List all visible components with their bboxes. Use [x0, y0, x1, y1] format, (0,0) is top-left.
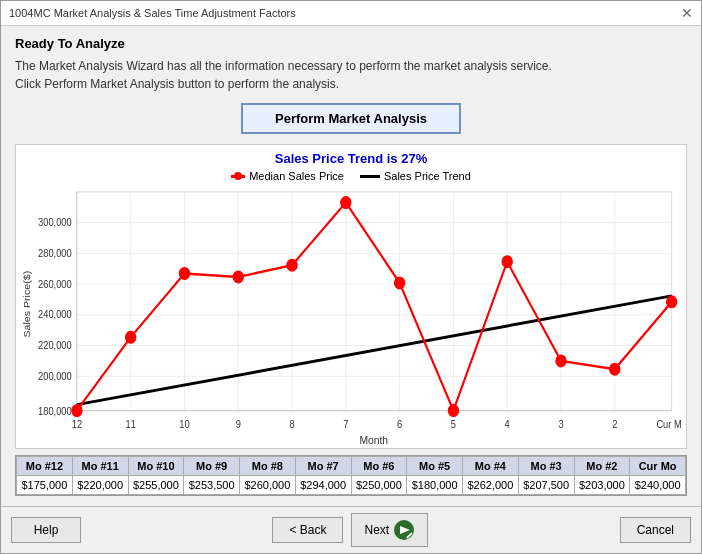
- svg-point-46: [233, 271, 243, 283]
- col-header-mo8: Mo #8: [240, 457, 296, 476]
- svg-point-54: [666, 296, 676, 308]
- legend-trend: Sales Price Trend: [360, 170, 471, 182]
- svg-point-53: [610, 363, 620, 375]
- svg-text:8: 8: [289, 419, 295, 431]
- svg-text:240,000: 240,000: [38, 309, 72, 321]
- svg-text:6: 6: [397, 419, 403, 431]
- col-header-mo10: Mo #10: [128, 457, 184, 476]
- val-mo11: $220,000: [72, 476, 128, 495]
- svg-text:260,000: 260,000: [38, 278, 72, 290]
- title-bar: 1004MC Market Analysis & Sales Time Adju…: [1, 1, 701, 26]
- legend-trend-label: Sales Price Trend: [384, 170, 471, 182]
- table-data-row: $175,000 $220,000 $255,000 $253,500 $260…: [17, 476, 686, 495]
- col-header-mo5: Mo #5: [407, 457, 463, 476]
- val-curmo: $240,000: [630, 476, 686, 495]
- svg-point-48: [341, 197, 351, 209]
- val-mo10: $255,000: [128, 476, 184, 495]
- svg-text:3: 3: [558, 419, 564, 431]
- window-title: 1004MC Market Analysis & Sales Time Adju…: [9, 7, 296, 19]
- table-header-row: Mo #12 Mo #11 Mo #10 Mo #9 Mo #8 Mo #7 M…: [17, 457, 686, 476]
- svg-text:300,000: 300,000: [38, 217, 72, 229]
- col-header-mo3: Mo #3: [518, 457, 574, 476]
- trend-legend-icon: [360, 175, 380, 178]
- svg-text:11: 11: [126, 419, 137, 431]
- val-mo5: $180,000: [407, 476, 463, 495]
- col-header-mo2: Mo #2: [574, 457, 630, 476]
- svg-point-51: [502, 256, 512, 268]
- ready-title: Ready To Analyze: [15, 36, 687, 51]
- svg-rect-0: [77, 192, 672, 411]
- col-header-mo4: Mo #4: [463, 457, 519, 476]
- cancel-button[interactable]: Cancel: [620, 517, 691, 543]
- main-content: Ready To Analyze The Market Analysis Wiz…: [1, 26, 701, 506]
- description-line2: Click Perform Market Analysis button to …: [15, 77, 339, 91]
- main-window: 1004MC Market Analysis & Sales Time Adju…: [0, 0, 702, 554]
- col-header-mo11: Mo #11: [72, 457, 128, 476]
- svg-point-52: [556, 355, 566, 367]
- val-mo3: $207,500: [518, 476, 574, 495]
- val-mo4: $262,000: [463, 476, 519, 495]
- svg-text:10: 10: [179, 419, 190, 431]
- col-header-mo6: Mo #6: [351, 457, 407, 476]
- legend-median: Median Sales Price: [231, 170, 344, 182]
- next-arrow-icon: [393, 519, 415, 541]
- svg-text:9: 9: [236, 419, 242, 431]
- description-line1: The Market Analysis Wizard has all the i…: [15, 59, 552, 73]
- val-mo9: $253,500: [184, 476, 240, 495]
- chart-section: Sales Price Trend is 27% Median Sales Pr…: [15, 144, 687, 449]
- val-mo8: $260,000: [240, 476, 296, 495]
- svg-point-43: [72, 405, 82, 417]
- description: The Market Analysis Wizard has all the i…: [15, 57, 687, 93]
- val-mo6: $250,000: [351, 476, 407, 495]
- svg-text:Cur Mo: Cur Mo: [656, 419, 682, 431]
- svg-text:280,000: 280,000: [38, 247, 72, 259]
- svg-point-49: [394, 277, 404, 289]
- next-button[interactable]: Next: [351, 513, 428, 547]
- svg-text:180,000: 180,000: [38, 406, 72, 418]
- col-header-curmo: Cur Mo: [630, 457, 686, 476]
- svg-point-44: [126, 331, 136, 343]
- svg-text:12: 12: [72, 419, 83, 431]
- data-table-section: Mo #12 Mo #11 Mo #10 Mo #9 Mo #8 Mo #7 M…: [15, 455, 687, 496]
- footer: Help < Back Next Cancel: [1, 506, 701, 553]
- svg-text:5: 5: [451, 419, 457, 431]
- svg-point-47: [287, 259, 297, 271]
- legend-median-label: Median Sales Price: [249, 170, 344, 182]
- chart-legend: Median Sales Price Sales Price Trend: [20, 170, 682, 182]
- val-mo12: $175,000: [17, 476, 73, 495]
- help-button[interactable]: Help: [11, 517, 81, 543]
- back-button[interactable]: < Back: [272, 517, 343, 543]
- svg-text:200,000: 200,000: [38, 370, 72, 382]
- svg-text:2: 2: [612, 419, 618, 431]
- close-button[interactable]: ✕: [681, 5, 693, 21]
- col-header-mo9: Mo #9: [184, 457, 240, 476]
- col-header-mo12: Mo #12: [17, 457, 73, 476]
- svg-point-45: [179, 268, 189, 280]
- svg-text:7: 7: [343, 419, 349, 431]
- median-legend-icon: [231, 175, 245, 178]
- chart-svg: 180,000 200,000 220,000 240,000 260,000 …: [20, 186, 682, 446]
- svg-text:Month: Month: [359, 433, 388, 446]
- svg-point-50: [448, 405, 458, 417]
- val-mo2: $203,000: [574, 476, 630, 495]
- chart-area: 180,000 200,000 220,000 240,000 260,000 …: [20, 186, 682, 446]
- svg-text:220,000: 220,000: [38, 340, 72, 352]
- perform-market-analysis-button[interactable]: Perform Market Analysis: [241, 103, 461, 134]
- next-label: Next: [364, 523, 389, 537]
- col-header-mo7: Mo #7: [295, 457, 351, 476]
- perform-btn-row: Perform Market Analysis: [15, 103, 687, 134]
- chart-title: Sales Price Trend is 27%: [20, 151, 682, 166]
- val-mo7: $294,000: [295, 476, 351, 495]
- svg-text:4: 4: [505, 419, 511, 431]
- footer-nav-buttons: < Back Next: [272, 513, 428, 547]
- data-table: Mo #12 Mo #11 Mo #10 Mo #9 Mo #8 Mo #7 M…: [16, 456, 686, 495]
- svg-text:Sales Price($): Sales Price($): [22, 271, 32, 338]
